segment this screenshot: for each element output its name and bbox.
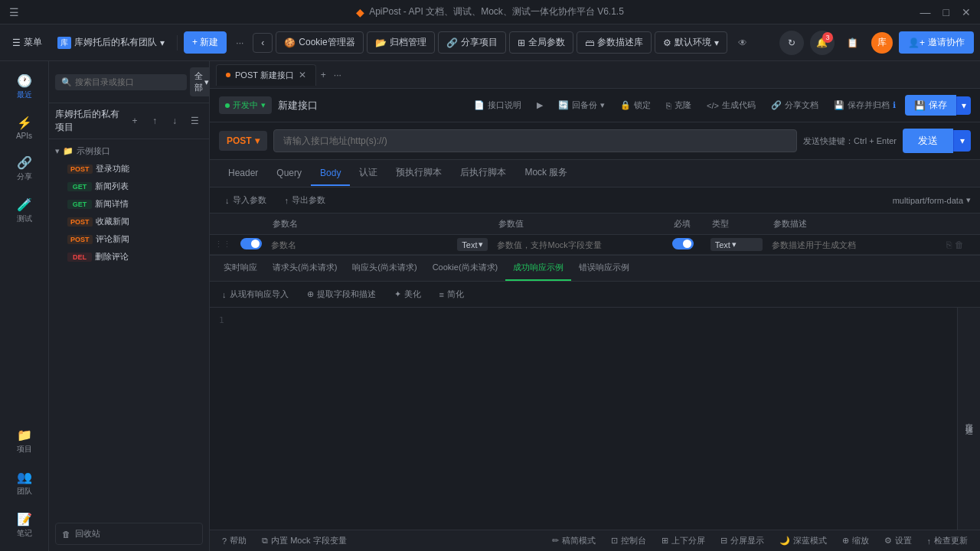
recycle-button[interactable]: 🗑 回收站 — [55, 523, 203, 545]
export-button[interactable]: ↓ — [166, 112, 183, 129]
response-tab-cookie[interactable]: Cookie(尚未请求) — [425, 256, 506, 281]
invite-button[interactable]: 👤+ 邀请协作 — [899, 31, 974, 54]
export-params-button[interactable]: ↑ 导出参数 — [279, 192, 332, 208]
param-db-button[interactable]: 🗃 参数描述库 — [577, 31, 652, 54]
tab-more-button[interactable]: ··· — [331, 67, 345, 83]
send-button[interactable]: 发送 — [903, 129, 953, 153]
default-env-button[interactable]: ⚙ 默认环境 ▾ — [655, 31, 727, 54]
run-button[interactable]: ▶ — [531, 95, 549, 116]
split-button[interactable]: ⊞ 上下分屏 — [655, 533, 711, 549]
tab-header[interactable]: Header — [219, 161, 267, 186]
lock-button[interactable]: 🔒 锁定 — [614, 95, 657, 116]
maximize-btn[interactable]: □ — [943, 6, 949, 18]
list-item[interactable]: GET 新闻列表 — [49, 178, 209, 195]
concise-button[interactable]: ✏ 稿简模式 — [546, 533, 602, 549]
minimize-btn[interactable]: — — [920, 6, 931, 18]
tab-query[interactable]: Query — [267, 161, 311, 186]
save-archive-button[interactable]: 💾 保存并归档 ℹ — [828, 95, 902, 116]
backup-button[interactable]: 🔄 回备份 ▾ — [552, 95, 611, 116]
nav-item-share[interactable]: 🔗 分享 — [5, 149, 44, 188]
url-input[interactable] — [273, 129, 797, 152]
api-name-input[interactable] — [278, 99, 462, 111]
docs-button[interactable]: 📋 — [841, 31, 865, 55]
param-name-input[interactable] — [271, 240, 454, 249]
new-button[interactable]: + 新建 — [184, 31, 227, 54]
save-dropdown-button[interactable]: ▾ — [956, 96, 971, 115]
response-tab-success[interactable]: 成功响应示例 — [505, 256, 571, 281]
cookie-manager-button[interactable]: 🍪 Cookie管理器 — [276, 31, 363, 54]
close-btn[interactable]: ✕ — [962, 6, 971, 18]
extract-fields-button[interactable]: ⊕ 提取字段和描述 — [301, 286, 382, 302]
type-select[interactable]: Text ▾ — [710, 238, 763, 251]
back-button[interactable]: ‹ — [253, 33, 273, 53]
import-response-button[interactable]: ↓ 从现有响应导入 — [216, 286, 295, 302]
menu-icon[interactable]: ☰ — [9, 6, 19, 18]
param-value-input[interactable] — [497, 240, 662, 249]
generate-code-button[interactable]: </> 生成代码 — [701, 95, 762, 116]
console-button[interactable]: ⊡ 控制台 — [605, 533, 652, 549]
simplify-button[interactable]: ≡ 简化 — [433, 286, 470, 302]
add-api-button[interactable]: + — [126, 112, 143, 129]
list-item[interactable]: GET 新闻详情 — [49, 195, 209, 213]
mock-vars-button[interactable]: ⧉ 内置 Mock 字段变量 — [256, 533, 352, 549]
archive-button[interactable]: 📂 归档管理 — [367, 31, 435, 54]
global-params-button[interactable]: ⊞ 全局参数 — [509, 31, 573, 54]
nav-item-recent[interactable]: 🕐 最近 — [5, 67, 44, 106]
tab-add-button[interactable]: + — [318, 67, 329, 83]
nav-item-team[interactable]: 👥 团队 — [5, 464, 44, 503]
share-doc-button[interactable]: 🔗 分享文档 — [765, 95, 825, 116]
send-dropdown-button[interactable]: ▾ — [953, 130, 971, 152]
help-button[interactable]: ? 帮助 — [216, 533, 253, 549]
list-item[interactable]: POST 评论新闻 — [49, 230, 209, 248]
tab-post-script[interactable]: 后执行脚本 — [451, 160, 515, 187]
response-tab-error[interactable]: 错误响应示例 — [571, 256, 637, 281]
beautify-button[interactable]: ✦ 美化 — [388, 286, 427, 302]
side-label-panel[interactable]: 字 段 描 述 — [957, 308, 980, 530]
param-name-type-select[interactable]: Text ▾ — [457, 238, 488, 251]
response-content[interactable] — [240, 314, 971, 523]
tab-body[interactable]: Body — [311, 161, 350, 186]
sort-button[interactable]: ☰ — [186, 112, 203, 129]
nav-item-notes[interactable]: 📝 笔记 — [5, 506, 44, 545]
method-select[interactable]: POST ▾ — [219, 131, 267, 151]
eye-button[interactable]: 👁 — [730, 31, 755, 55]
env-badge[interactable]: 开发中 ▾ — [219, 96, 272, 114]
menu-button[interactable]: ☰ 菜单 — [6, 33, 48, 52]
row-toggle[interactable] — [240, 238, 262, 249]
settings-button[interactable]: ⚙ 设置 — [878, 533, 918, 549]
tab-new-api[interactable]: POST 新建接口 ✕ — [216, 64, 316, 86]
window-controls[interactable]: — □ ✕ — [920, 6, 971, 18]
list-item[interactable]: DEL 删除评论 — [49, 248, 209, 266]
team-selector[interactable]: 库 库姆托后的私有团队 ▾ — [51, 33, 171, 52]
import-params-button[interactable]: ↓ 导入参数 — [219, 192, 273, 208]
required-toggle[interactable] — [672, 238, 694, 249]
content-type-selector[interactable]: multipart/form-data ▾ — [893, 195, 971, 205]
list-item[interactable]: POST 收藏新闻 — [49, 213, 209, 230]
save-button[interactable]: 💾 保存 — [905, 95, 956, 116]
nav-item-apis[interactable]: ⚡ APIs — [5, 109, 44, 146]
param-desc-input[interactable] — [772, 240, 937, 249]
drag-handle[interactable]: ⋮⋮ — [210, 235, 236, 255]
search-input[interactable] — [75, 77, 181, 86]
refresh-button[interactable]: ↻ — [779, 31, 804, 55]
dark-mode-button[interactable]: 🌙 深蓝模式 — [773, 533, 833, 549]
check-update-button[interactable]: ↑ 检查更新 — [921, 533, 975, 549]
description-button[interactable]: 📄 接口说明 — [468, 95, 528, 116]
response-tab-req-header[interactable]: 请求头(尚未请求) — [265, 256, 345, 281]
more-button[interactable]: ··· — [230, 34, 250, 51]
copy-row-button[interactable]: ⎘ — [946, 240, 952, 250]
notification-button[interactable]: 🔔 3 — [810, 31, 835, 55]
tab-pre-script[interactable]: 预执行脚本 — [387, 160, 451, 187]
delete-row-button[interactable]: 🗑 — [955, 240, 964, 250]
share-project-button[interactable]: 🔗 分享项目 — [438, 31, 506, 54]
tab-mock[interactable]: Mock 服务 — [515, 160, 577, 187]
user-avatar[interactable]: 库 — [871, 32, 893, 54]
nav-item-test[interactable]: 🧪 测试 — [5, 191, 44, 230]
zoom-button[interactable]: ⊕ 缩放 — [836, 533, 875, 549]
tree-group-header[interactable]: ▾ 📁 示例接口 — [49, 142, 209, 160]
nav-item-project[interactable]: 📁 项目 — [5, 422, 44, 461]
import-button[interactable]: ↑ — [146, 112, 163, 129]
split-display-button[interactable]: ⊟ 分屏显示 — [714, 533, 770, 549]
response-tab-realtime[interactable]: 实时响应 — [216, 256, 265, 281]
list-item[interactable]: POST 登录功能 — [49, 160, 209, 178]
